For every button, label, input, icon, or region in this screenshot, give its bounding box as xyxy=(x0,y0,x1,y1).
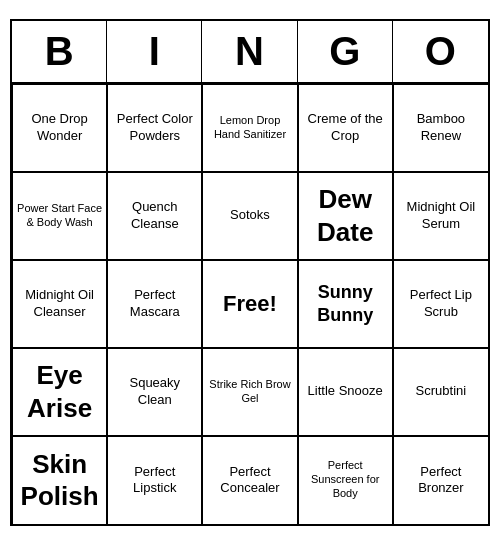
bingo-cell-21: Perfect Lipstick xyxy=(107,436,202,524)
cell-text-1: Perfect Color Powders xyxy=(112,111,197,144)
bingo-cell-14: Perfect Lip Scrub xyxy=(393,260,488,348)
bingo-cell-7: Sotoks xyxy=(202,172,297,260)
bingo-cell-4: Bamboo Renew xyxy=(393,84,488,172)
bingo-cell-5: Power Start Face & Body Wash xyxy=(12,172,107,260)
cell-text-18: Little Snooze xyxy=(308,383,383,399)
cell-text-12: Free! xyxy=(223,290,277,318)
bingo-cell-0: One Drop Wonder xyxy=(12,84,107,172)
bingo-cell-1: Perfect Color Powders xyxy=(107,84,202,172)
cell-text-8: Dew Date xyxy=(303,183,388,248)
bingo-cell-13: Sunny Bunny xyxy=(298,260,393,348)
bingo-cell-20: Skin Polish xyxy=(12,436,107,524)
bingo-cell-22: Perfect Concealer xyxy=(202,436,297,524)
cell-text-24: Perfect Bronzer xyxy=(398,464,484,497)
bingo-cell-2: Lemon Drop Hand Sanitizer xyxy=(202,84,297,172)
cell-text-20: Skin Polish xyxy=(17,448,102,513)
cell-text-15: Eye Arise xyxy=(17,359,102,424)
cell-text-23: Perfect Sunscreen for Body xyxy=(303,459,388,500)
bingo-cell-12: Free! xyxy=(202,260,297,348)
cell-text-21: Perfect Lipstick xyxy=(112,464,197,497)
header-letter-o: O xyxy=(393,21,488,82)
bingo-card: BINGO One Drop WonderPerfect Color Powde… xyxy=(10,19,490,526)
header-letter-n: N xyxy=(202,21,297,82)
cell-text-17: Strike Rich Brow Gel xyxy=(207,378,292,406)
cell-text-3: Creme of the Crop xyxy=(303,111,388,144)
cell-text-10: Midnight Oil Cleanser xyxy=(17,287,102,320)
bingo-header: BINGO xyxy=(12,21,488,84)
cell-text-16: Squeaky Clean xyxy=(112,375,197,408)
cell-text-6: Quench Cleanse xyxy=(112,199,197,232)
cell-text-13: Sunny Bunny xyxy=(303,281,388,326)
cell-text-4: Bamboo Renew xyxy=(398,111,484,144)
bingo-cell-18: Little Snooze xyxy=(298,348,393,436)
bingo-cell-10: Midnight Oil Cleanser xyxy=(12,260,107,348)
bingo-cell-6: Quench Cleanse xyxy=(107,172,202,260)
bingo-cell-9: Midnight Oil Serum xyxy=(393,172,488,260)
bingo-cell-3: Creme of the Crop xyxy=(298,84,393,172)
cell-text-22: Perfect Concealer xyxy=(207,464,292,497)
cell-text-0: One Drop Wonder xyxy=(17,111,102,144)
bingo-cell-16: Squeaky Clean xyxy=(107,348,202,436)
cell-text-5: Power Start Face & Body Wash xyxy=(17,202,102,230)
bingo-cell-19: Scrubtini xyxy=(393,348,488,436)
bingo-cell-23: Perfect Sunscreen for Body xyxy=(298,436,393,524)
header-letter-i: I xyxy=(107,21,202,82)
bingo-grid: One Drop WonderPerfect Color PowdersLemo… xyxy=(12,84,488,524)
cell-text-9: Midnight Oil Serum xyxy=(398,199,484,232)
bingo-cell-8: Dew Date xyxy=(298,172,393,260)
cell-text-19: Scrubtini xyxy=(416,383,467,399)
bingo-cell-17: Strike Rich Brow Gel xyxy=(202,348,297,436)
header-letter-b: B xyxy=(12,21,107,82)
cell-text-11: Perfect Mascara xyxy=(112,287,197,320)
header-letter-g: G xyxy=(298,21,393,82)
cell-text-2: Lemon Drop Hand Sanitizer xyxy=(207,114,292,142)
cell-text-14: Perfect Lip Scrub xyxy=(398,287,484,320)
bingo-cell-11: Perfect Mascara xyxy=(107,260,202,348)
bingo-cell-15: Eye Arise xyxy=(12,348,107,436)
cell-text-7: Sotoks xyxy=(230,207,270,223)
bingo-cell-24: Perfect Bronzer xyxy=(393,436,488,524)
